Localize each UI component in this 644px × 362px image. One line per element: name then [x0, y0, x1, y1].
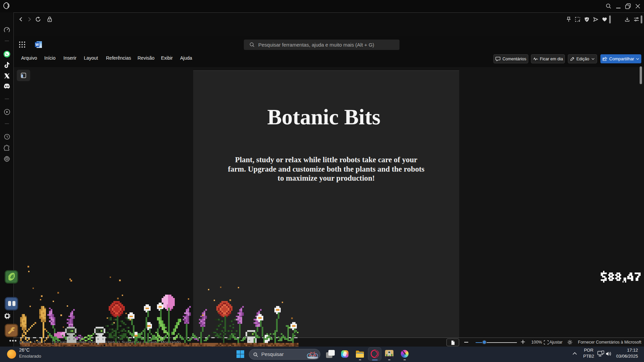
svg-text:W: W [36, 43, 39, 47]
